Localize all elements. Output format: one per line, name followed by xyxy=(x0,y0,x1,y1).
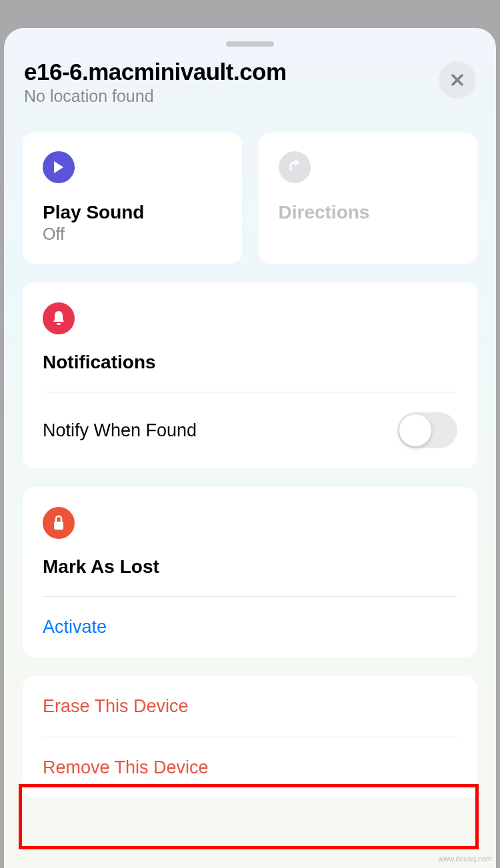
notifications-title: Notifications xyxy=(43,352,457,373)
lock-icon xyxy=(43,507,75,539)
notifications-section: Notifications Notify When Found xyxy=(23,282,477,468)
directions-icon xyxy=(279,151,311,183)
close-icon xyxy=(449,72,465,88)
location-status: No location found xyxy=(24,87,439,106)
notify-when-found-toggle[interactable] xyxy=(397,412,457,448)
directions-title: Directions xyxy=(279,202,458,223)
svg-rect-2 xyxy=(54,522,63,530)
sheet-grabber[interactable] xyxy=(226,41,274,47)
notifications-header: Notifications xyxy=(43,282,457,392)
bell-icon xyxy=(43,302,75,334)
close-button[interactable] xyxy=(439,61,476,99)
action-cards-row: Play Sound Off Directions xyxy=(4,133,496,264)
play-sound-card[interactable]: Play Sound Off xyxy=(23,133,242,264)
mark-as-lost-header: Mark As Lost xyxy=(43,487,457,596)
toggle-knob xyxy=(399,414,431,446)
notify-when-found-row: Notify When Found xyxy=(43,392,457,468)
mark-as-lost-section: Mark As Lost Activate xyxy=(23,487,477,657)
erase-device-label: Erase This Device xyxy=(43,696,189,717)
mark-as-lost-title: Mark As Lost xyxy=(43,556,457,578)
remove-device-label: Remove This Device xyxy=(43,757,209,778)
directions-card: Directions xyxy=(259,133,478,264)
header-text: e16-6.macminivault.com No location found xyxy=(24,59,439,106)
play-icon xyxy=(43,151,75,183)
play-sound-title: Play Sound xyxy=(43,202,222,223)
activate-link: Activate xyxy=(43,617,107,638)
header: e16-6.macminivault.com No location found xyxy=(4,59,496,106)
remove-device-row[interactable]: Remove This Device xyxy=(43,737,457,798)
erase-device-row[interactable]: Erase This Device xyxy=(43,676,457,737)
device-detail-sheet: e16-6.macminivault.com No location found… xyxy=(4,28,496,868)
watermark: www.deuaq.com xyxy=(438,855,492,863)
notify-when-found-label: Notify When Found xyxy=(43,420,197,441)
destructive-section: Erase This Device Remove This Device xyxy=(23,676,477,798)
activate-row[interactable]: Activate xyxy=(43,597,457,657)
play-sound-status: Off xyxy=(43,224,222,244)
device-title: e16-6.macminivault.com xyxy=(24,59,439,85)
